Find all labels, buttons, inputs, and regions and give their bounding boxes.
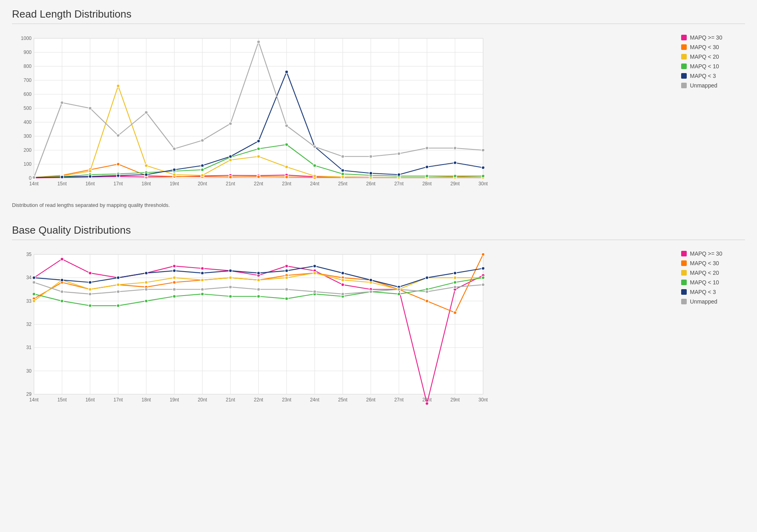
svg-text:22nt: 22nt [254, 181, 264, 187]
svg-text:33: 33 [26, 298, 32, 304]
svg-text:32: 32 [26, 322, 32, 327]
svg-text:27nt: 27nt [394, 397, 404, 403]
svg-point-280 [145, 272, 148, 275]
svg-text:700: 700 [24, 77, 32, 83]
legend-color-dot [681, 83, 687, 88]
svg-point-302 [285, 288, 288, 291]
svg-point-148 [201, 139, 204, 142]
svg-point-129 [145, 173, 148, 176]
svg-point-140 [454, 161, 457, 165]
svg-point-154 [369, 155, 373, 158]
svg-point-150 [257, 40, 260, 44]
legend-item: MAPQ < 10 [681, 63, 745, 69]
svg-point-241 [482, 253, 485, 256]
legend-item: MAPQ >= 30 [681, 250, 745, 257]
legend-item: MAPQ < 30 [681, 44, 745, 50]
svg-point-101 [313, 175, 316, 178]
svg-point-97 [201, 174, 204, 177]
svg-point-145 [117, 134, 120, 137]
svg-point-117 [285, 143, 288, 146]
svg-point-146 [145, 111, 148, 114]
svg-point-267 [257, 295, 260, 298]
svg-point-282 [201, 272, 204, 275]
svg-point-293 [32, 281, 36, 284]
svg-point-77 [117, 163, 120, 166]
svg-point-274 [454, 281, 457, 284]
svg-point-288 [369, 278, 373, 282]
read-length-chart-container: 0100200300400500600700800900100014nt15nt… [12, 30, 745, 198]
svg-text:30: 30 [26, 368, 32, 374]
svg-point-122 [425, 175, 428, 178]
svg-point-152 [313, 145, 316, 148]
svg-point-240 [454, 311, 457, 314]
svg-point-83 [285, 175, 288, 179]
svg-point-265 [201, 292, 204, 296]
legend-label: Unmapped [690, 298, 717, 305]
svg-point-272 [397, 292, 400, 296]
svg-text:28nt: 28nt [422, 181, 432, 187]
svg-point-214 [201, 267, 204, 270]
svg-text:29nt: 29nt [450, 181, 460, 187]
svg-text:34: 34 [26, 275, 32, 280]
svg-point-264 [173, 295, 176, 298]
svg-point-290 [425, 276, 428, 279]
svg-point-230 [173, 281, 176, 284]
svg-point-257 [454, 276, 457, 279]
svg-point-266 [229, 295, 232, 298]
legend-label: MAPQ < 20 [690, 270, 719, 276]
read-length-chart-area: 0100200300400500600700800900100014nt15nt… [12, 30, 669, 198]
svg-point-157 [454, 147, 457, 150]
svg-text:16nt: 16nt [85, 181, 95, 187]
legend-label: MAPQ >= 30 [690, 34, 722, 41]
svg-point-307 [425, 290, 428, 293]
legend-item: Unmapped [681, 82, 745, 89]
svg-text:17nt: 17nt [113, 181, 123, 187]
legend-item: MAPQ < 20 [681, 54, 745, 60]
legend-label: MAPQ < 10 [690, 279, 719, 286]
svg-point-130 [173, 168, 176, 171]
svg-point-93 [89, 170, 92, 173]
svg-point-118 [313, 164, 316, 167]
base-quality-chart-area: 2930313233343514nt15nt16nt17nt18nt19nt20… [12, 246, 669, 414]
svg-text:25nt: 25nt [338, 181, 348, 187]
svg-point-126 [60, 175, 63, 179]
svg-text:20nt: 20nt [198, 181, 207, 187]
svg-point-142 [32, 176, 36, 179]
svg-point-286 [313, 264, 316, 268]
svg-point-131 [201, 164, 204, 167]
svg-point-144 [89, 107, 92, 110]
svg-point-295 [89, 292, 92, 296]
svg-point-253 [341, 278, 344, 282]
svg-point-210 [89, 272, 92, 275]
base-quality-title: Base Quality Distributions [12, 224, 745, 240]
svg-point-309 [482, 283, 485, 286]
svg-text:29nt: 29nt [450, 397, 460, 403]
svg-point-263 [145, 300, 148, 303]
svg-text:24nt: 24nt [310, 181, 319, 187]
svg-point-242 [32, 300, 36, 303]
base-quality-chart-container: 2930313233343514nt15nt16nt17nt18nt19nt20… [12, 246, 745, 414]
svg-point-250 [257, 278, 260, 282]
svg-point-281 [173, 269, 176, 272]
svg-text:100: 100 [24, 161, 32, 167]
svg-text:29: 29 [26, 391, 32, 397]
svg-point-116 [257, 147, 260, 151]
read-length-section: Read Length Distributions 01002003004005… [12, 8, 745, 208]
svg-point-298 [173, 288, 176, 291]
legend-item: MAPQ < 30 [681, 260, 745, 266]
legend-color-dot [681, 299, 687, 304]
legend-label: MAPQ < 10 [690, 63, 719, 69]
svg-text:500: 500 [24, 105, 32, 111]
legend-color-dot [681, 35, 687, 40]
legend-item: MAPQ >= 30 [681, 34, 745, 41]
svg-point-114 [201, 168, 204, 171]
svg-point-138 [397, 173, 400, 176]
svg-point-275 [482, 276, 485, 279]
svg-point-260 [60, 300, 63, 303]
svg-point-209 [60, 258, 63, 261]
svg-point-249 [229, 276, 232, 279]
base-quality-legend: MAPQ >= 30MAPQ < 30MAPQ < 20MAPQ < 10MAP… [681, 246, 745, 305]
svg-point-306 [397, 288, 400, 291]
svg-text:15nt: 15nt [57, 181, 67, 187]
legend-item: Unmapped [681, 298, 745, 305]
